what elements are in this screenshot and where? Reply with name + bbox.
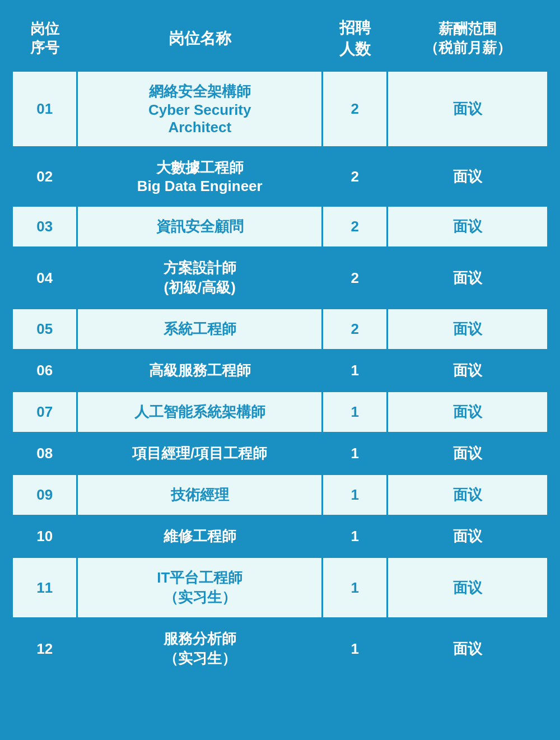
row-count: 1 (323, 516, 386, 556)
row-id: 02 (13, 148, 76, 205)
row-id: 09 (13, 475, 76, 515)
row-count: 1 (323, 475, 386, 515)
job-table: 岗位序号 岗位名称 招聘人数 薪酬范围（税前月薪） 01網絡安全架構師Cyber… (11, 6, 549, 680)
row-name: 大數據工程師Big Data Engineer (78, 148, 321, 205)
table-row: 12服務分析師（实习生）1面议 (13, 619, 547, 678)
row-salary: 面议 (388, 516, 547, 556)
table-row: 11IT平台工程師（实习生）1面议 (13, 558, 547, 617)
row-name: 項目經理/項目工程師 (78, 434, 321, 473)
row-count: 2 (323, 309, 386, 349)
row-salary: 面议 (388, 392, 547, 432)
table-row: 09技術經理1面议 (13, 475, 547, 515)
row-id: 11 (13, 558, 76, 617)
table-row: 06高級服務工程師1面议 (13, 351, 547, 390)
header-col-num: 岗位序号 (13, 7, 76, 70)
row-count: 2 (323, 248, 386, 308)
row-salary: 面议 (388, 351, 547, 390)
row-name: 方案設計師(初級/高級) (78, 248, 321, 308)
table-row: 01網絡安全架構師Cyber SecurityArchitect2面议 (13, 72, 547, 146)
row-name: 人工智能系統架構師 (78, 392, 321, 432)
row-count: 1 (323, 619, 386, 678)
row-count: 1 (323, 392, 386, 432)
row-count: 2 (323, 72, 386, 146)
row-salary: 面议 (388, 619, 547, 678)
row-name: 網絡安全架構師Cyber SecurityArchitect (78, 72, 321, 146)
row-name: 維修工程師 (78, 516, 321, 556)
table-row: 05系統工程師2面议 (13, 309, 547, 349)
row-salary: 面议 (388, 434, 547, 473)
table-row: 10維修工程師1面议 (13, 516, 547, 556)
row-salary: 面议 (388, 558, 547, 617)
table-row: 03資訊安全顧問2面议 (13, 207, 547, 246)
row-count: 2 (323, 148, 386, 205)
row-name: 高級服務工程師 (78, 351, 321, 390)
row-id: 10 (13, 516, 76, 556)
row-name: 技術經理 (78, 475, 321, 515)
header-col-name: 岗位名称 (78, 7, 321, 70)
row-id: 12 (13, 619, 76, 678)
table-row: 08項目經理/項目工程師1面议 (13, 434, 547, 473)
header-col-salary: 薪酬范围（税前月薪） (388, 7, 547, 70)
row-id: 05 (13, 309, 76, 349)
row-salary: 面议 (388, 309, 547, 349)
row-salary: 面议 (388, 207, 547, 246)
row-count: 1 (323, 558, 386, 617)
row-salary: 面议 (388, 148, 547, 205)
row-id: 03 (13, 207, 76, 246)
row-name: IT平台工程師（实习生） (78, 558, 321, 617)
row-id: 04 (13, 248, 76, 308)
row-id: 07 (13, 392, 76, 432)
row-name: 資訊安全顧問 (78, 207, 321, 246)
table-row: 02大數據工程師Big Data Engineer2面议 (13, 148, 547, 205)
row-name: 服務分析師（实习生） (78, 619, 321, 678)
table-header-row: 岗位序号 岗位名称 招聘人数 薪酬范围（税前月薪） (13, 7, 547, 70)
row-id: 06 (13, 351, 76, 390)
row-salary: 面议 (388, 248, 547, 308)
row-salary: 面议 (388, 475, 547, 515)
row-id: 01 (13, 72, 76, 146)
table-row: 07人工智能系統架構師1面议 (13, 392, 547, 432)
header-col-count: 招聘人数 (323, 7, 386, 70)
job-table-container: 岗位序号 岗位名称 招聘人数 薪酬范围（税前月薪） 01網絡安全架構師Cyber… (11, 6, 549, 680)
table-row: 04方案設計師(初級/高級)2面议 (13, 248, 547, 308)
row-name: 系統工程師 (78, 309, 321, 349)
row-count: 1 (323, 351, 386, 390)
row-id: 08 (13, 434, 76, 473)
row-count: 1 (323, 434, 386, 473)
row-salary: 面议 (388, 72, 547, 146)
row-count: 2 (323, 207, 386, 246)
